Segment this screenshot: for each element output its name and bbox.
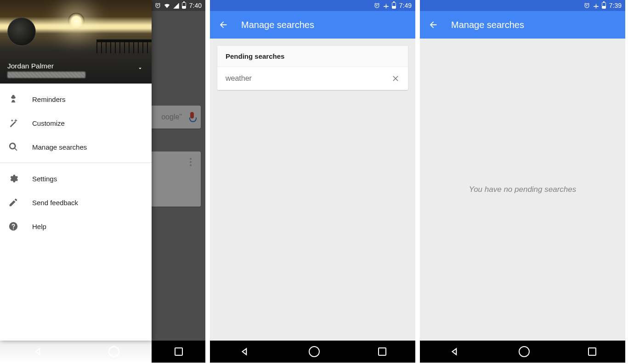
menu-label: Settings xyxy=(32,175,57,183)
menu-item-help[interactable]: Help xyxy=(0,214,152,238)
menu-label: Reminders xyxy=(32,95,66,103)
menu-item-customize[interactable]: Customize xyxy=(0,111,152,135)
menu-item-settings[interactable]: Settings xyxy=(0,167,152,190)
status-time: 7:40 xyxy=(189,2,202,9)
navigation-bar xyxy=(420,341,625,363)
card-header: Pending searches xyxy=(217,46,408,67)
wand-icon xyxy=(8,118,18,128)
status-time: 7:39 xyxy=(609,2,622,9)
menu-label: Help xyxy=(32,223,46,230)
navigation-drawer: Jordan Palmer Reminders Customize Manage xyxy=(0,0,152,341)
alarm-icon xyxy=(583,2,590,9)
nav-back-button[interactable] xyxy=(32,346,44,358)
menu-item-reminders[interactable]: Reminders xyxy=(0,87,152,111)
gear-icon xyxy=(8,174,18,184)
nav-recents-button[interactable] xyxy=(588,347,596,356)
nav-recents-button[interactable] xyxy=(175,347,183,356)
phone-screenshot-1: oogle" 7:40 Jordan Palmer xyxy=(0,0,205,363)
navigation-bar xyxy=(210,341,415,363)
menu-label: Manage searches xyxy=(32,143,87,151)
battery-icon xyxy=(602,2,606,9)
airplane-icon xyxy=(593,2,600,9)
reminders-icon xyxy=(8,94,18,104)
header-pier-graphic xyxy=(96,39,152,53)
signal-icon xyxy=(173,2,180,9)
pending-search-label: weather xyxy=(226,74,252,83)
phone-screenshot-2: 7:49 Manage searches Pending searches we… xyxy=(210,0,415,363)
appbar-title: Manage searches xyxy=(241,20,314,30)
account-dropdown[interactable] xyxy=(137,65,143,73)
empty-state-message: You have no pending searches xyxy=(469,185,576,194)
nav-back-button[interactable] xyxy=(239,346,251,358)
alarm-icon xyxy=(373,2,380,9)
alarm-icon xyxy=(154,2,161,9)
caret-down-icon xyxy=(137,65,143,72)
screen-body: You have no pending searches xyxy=(420,39,625,341)
avatar[interactable] xyxy=(7,17,36,46)
back-button[interactable] xyxy=(218,20,228,30)
battery-icon xyxy=(182,2,186,9)
status-bar: 7:49 xyxy=(210,0,415,11)
menu-divider xyxy=(0,162,152,163)
battery-icon xyxy=(392,2,396,9)
drawer-user-email-redacted xyxy=(7,72,85,78)
nav-home-button[interactable] xyxy=(519,346,530,357)
screen-content: oogle" 7:40 Jordan Palmer xyxy=(0,0,205,341)
navigation-bar xyxy=(0,341,205,363)
screen-body: Pending searches weather xyxy=(210,39,415,341)
pending-search-row[interactable]: weather xyxy=(217,67,408,90)
close-icon[interactable] xyxy=(391,74,400,83)
menu-label: Send feedback xyxy=(32,199,78,207)
menu-label: Customize xyxy=(32,119,65,127)
back-button[interactable] xyxy=(428,20,438,30)
appbar-title: Manage searches xyxy=(451,20,524,30)
pending-searches-card: Pending searches weather xyxy=(217,46,408,90)
nav-home-button[interactable] xyxy=(108,346,119,357)
drawer-menu: Reminders Customize Manage searches Sett… xyxy=(0,84,152,238)
nav-back-button[interactable] xyxy=(449,346,461,358)
search-icon xyxy=(8,142,18,152)
airplane-icon xyxy=(383,2,390,9)
app-bar: Manage searches xyxy=(420,11,625,39)
pencil-icon xyxy=(8,197,18,207)
app-bar: Manage searches xyxy=(210,11,415,39)
drawer-header[interactable]: Jordan Palmer xyxy=(0,0,152,84)
menu-item-manage-searches[interactable]: Manage searches xyxy=(0,135,152,159)
header-sun-graphic xyxy=(68,13,85,29)
status-time: 7:49 xyxy=(399,2,412,9)
menu-item-send-feedback[interactable]: Send feedback xyxy=(0,190,152,214)
nav-home-button[interactable] xyxy=(309,346,320,357)
phone-screenshot-3: 7:39 Manage searches You have no pending… xyxy=(420,0,625,363)
wifi-icon xyxy=(164,2,170,9)
help-icon xyxy=(8,221,18,231)
status-bar: 7:39 xyxy=(420,0,625,11)
drawer-user-name: Jordan Palmer xyxy=(7,62,144,70)
nav-recents-button[interactable] xyxy=(378,347,386,356)
